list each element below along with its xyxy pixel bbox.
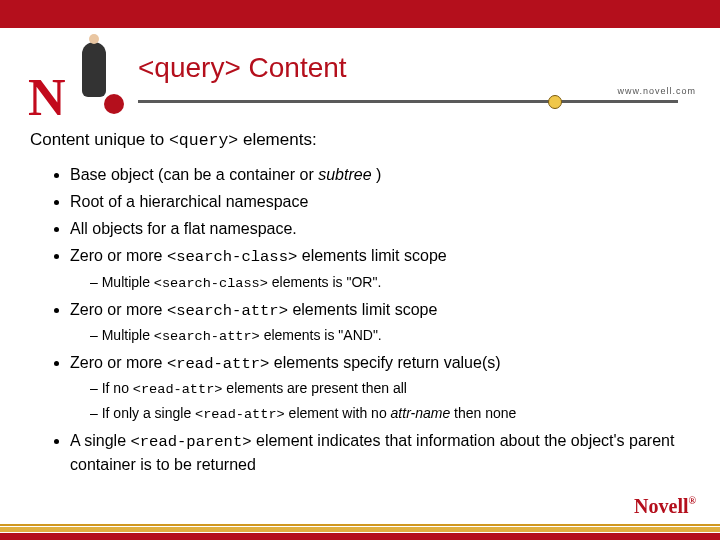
- sub-item: Multiple <search-class> elements is "OR"…: [90, 272, 690, 294]
- footer-novell-logo: Novell®: [634, 495, 696, 518]
- footer-bars: [0, 522, 720, 540]
- figure-graphic: [70, 32, 118, 122]
- list-item: Zero or more <read-attr> elements specif…: [70, 351, 690, 425]
- slide-title: <query> Content: [138, 52, 347, 84]
- list-item: All objects for a flat namespace.: [70, 217, 690, 240]
- list-item: Base object (can be a container or subtr…: [70, 163, 690, 186]
- content-area: Content unique to <query> elements: Base…: [30, 128, 690, 480]
- sub-list: If no <read-attr> elements are present t…: [70, 378, 690, 424]
- list-item: A single <read-parent> element indicates…: [70, 429, 690, 477]
- list-item: Root of a hierarchical namespace: [70, 190, 690, 213]
- title-underline: [138, 100, 678, 103]
- list-item: Zero or more <search-class> elements lim…: [70, 244, 690, 293]
- title-code: <query>: [138, 52, 241, 83]
- intro-line: Content unique to <query> elements:: [30, 128, 690, 153]
- logo-area: N: [28, 32, 118, 122]
- title-knob-icon: [548, 95, 562, 109]
- bullet-list: Base object (can be a container or subtr…: [46, 163, 690, 476]
- novell-url: www.novell.com: [617, 86, 696, 96]
- novell-n-logo: N: [28, 68, 63, 127]
- list-item: Zero or more <search-attr> elements limi…: [70, 298, 690, 347]
- sub-item: If no <read-attr> elements are present t…: [90, 378, 690, 400]
- title-text: Content: [241, 52, 347, 83]
- sub-list: Multiple <search-class> elements is "OR"…: [70, 272, 690, 294]
- sub-item: Multiple <search-attr> elements is "AND"…: [90, 325, 690, 347]
- registered-icon: ®: [689, 495, 696, 506]
- top-red-bar: [0, 0, 720, 28]
- sub-list: Multiple <search-attr> elements is "AND"…: [70, 325, 690, 347]
- sub-item: If only a single <read-attr> element wit…: [90, 403, 690, 425]
